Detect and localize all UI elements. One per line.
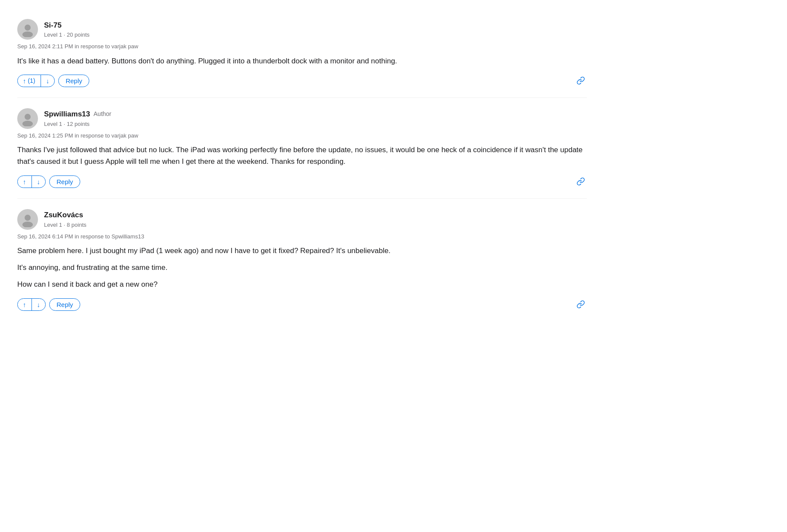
downvote-button[interactable]: ↓ — [32, 176, 46, 188]
comment-body: Thanks I've just followed that advice bu… — [17, 144, 587, 167]
upvote-button[interactable]: ↑(1) — [18, 75, 41, 87]
user-header: Spwilliams13AuthorLevel 1 · 12 points — [17, 108, 587, 129]
in-response-link[interactable]: varjak paw — [111, 132, 138, 139]
user-info: Spwilliams13AuthorLevel 1 · 12 points — [44, 109, 111, 128]
vote-buttons: ↑↓ — [17, 298, 46, 311]
username-row: Si-75 — [44, 20, 90, 31]
user-header: ZsuKovácsLevel 1 · 8 points — [17, 209, 587, 230]
in-response-link[interactable]: Spwilliams13 — [111, 233, 144, 240]
upvote-icon: ↑ — [23, 178, 26, 185]
reply-button[interactable]: Reply — [58, 75, 89, 87]
downvote-icon: ↓ — [46, 77, 50, 84]
reply-button[interactable]: Reply — [49, 298, 80, 311]
downvote-button[interactable]: ↓ — [41, 75, 55, 87]
user-info: Si-75Level 1 · 20 points — [44, 20, 90, 39]
upvote-icon: ↑ — [23, 301, 26, 308]
svg-point-5 — [22, 222, 33, 227]
upvote-icon: ↑ — [23, 77, 26, 84]
link-icon — [576, 300, 585, 309]
comment-1: Si-75Level 1 · 20 pointsSep 16, 2024 2:1… — [17, 9, 587, 98]
actions-row: ↑(1)↓Reply — [17, 75, 587, 87]
comment-meta: Sep 16, 2024 6:14 PM in response to Spwi… — [17, 232, 587, 241]
comment-paragraph: It's like it has a dead battery. Buttons… — [17, 55, 587, 67]
vote-reply-group: ↑(1)↓Reply — [17, 75, 89, 87]
comment-2: Spwilliams13AuthorLevel 1 · 12 pointsSep… — [17, 98, 587, 199]
comment-body: Same problem here. I just bought my iPad… — [17, 245, 587, 291]
downvote-icon: ↓ — [37, 178, 41, 185]
actions-row: ↑↓Reply — [17, 298, 587, 311]
upvote-count: (1) — [28, 77, 35, 84]
comment-paragraph: How can I send it back and get a new one… — [17, 279, 587, 290]
comment-body: It's like it has a dead battery. Buttons… — [17, 55, 587, 67]
user-info: ZsuKovácsLevel 1 · 8 points — [44, 210, 86, 229]
link-icon — [576, 76, 585, 85]
username: ZsuKovács — [44, 210, 83, 221]
in-response-link[interactable]: varjak paw — [111, 43, 138, 50]
vote-buttons: ↑(1)↓ — [17, 75, 55, 87]
svg-point-3 — [22, 121, 33, 126]
comment-meta: Sep 16, 2024 2:11 PM in response to varj… — [17, 42, 587, 51]
user-level: Level 1 · 20 points — [44, 31, 90, 39]
link-icon — [576, 177, 585, 186]
username: Si-75 — [44, 20, 62, 31]
username-row: ZsuKovács — [44, 210, 86, 221]
comment-paragraph: Thanks I've just followed that advice bu… — [17, 144, 587, 167]
comment-paragraph: It's annoying, and frustrating at the sa… — [17, 262, 587, 273]
actions-row: ↑↓Reply — [17, 175, 587, 188]
avatar — [17, 19, 38, 40]
upvote-button[interactable]: ↑ — [18, 176, 32, 188]
comment-meta: Sep 16, 2024 1:25 PM in response to varj… — [17, 131, 587, 140]
username-row: Spwilliams13Author — [44, 109, 111, 120]
author-badge: Author — [94, 110, 111, 119]
svg-point-4 — [25, 215, 31, 221]
user-header: Si-75Level 1 · 20 points — [17, 19, 587, 40]
svg-point-0 — [25, 25, 31, 31]
user-level: Level 1 · 8 points — [44, 221, 86, 229]
svg-point-1 — [22, 31, 33, 37]
username: Spwilliams13 — [44, 109, 90, 120]
vote-reply-group: ↑↓Reply — [17, 298, 80, 311]
comment-3: ZsuKovácsLevel 1 · 8 pointsSep 16, 2024 … — [17, 199, 587, 321]
copy-link-button[interactable] — [575, 175, 587, 188]
copy-link-button[interactable] — [575, 75, 587, 87]
reply-button[interactable]: Reply — [49, 175, 80, 188]
downvote-icon: ↓ — [37, 301, 41, 308]
comment-paragraph: Same problem here. I just bought my iPad… — [17, 245, 587, 257]
vote-reply-group: ↑↓Reply — [17, 175, 80, 188]
upvote-button[interactable]: ↑ — [18, 299, 32, 310]
avatar — [17, 108, 38, 129]
vote-buttons: ↑↓ — [17, 175, 46, 188]
user-level: Level 1 · 12 points — [44, 120, 111, 128]
svg-point-2 — [25, 114, 31, 120]
downvote-button[interactable]: ↓ — [32, 299, 46, 310]
avatar — [17, 209, 38, 230]
copy-link-button[interactable] — [575, 298, 587, 310]
